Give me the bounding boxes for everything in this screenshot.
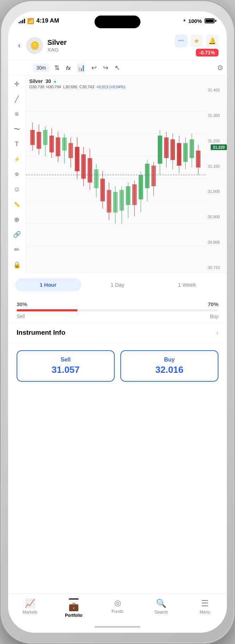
crosshair-tool[interactable]: ✛ bbox=[11, 79, 23, 89]
tab-1week[interactable]: 1 Week bbox=[154, 278, 220, 291]
status-left: 📶 4:19 AM bbox=[19, 17, 59, 24]
nav-funds[interactable]: ◎ Funds bbox=[96, 597, 139, 619]
bell-icon-button[interactable]: 🔔 bbox=[206, 35, 218, 47]
svg-rect-34 bbox=[113, 192, 118, 212]
tab-1day[interactable]: 1 Day bbox=[85, 278, 151, 291]
signal-bar-1 bbox=[19, 22, 20, 23]
trade-buttons: Sell 31.057 Buy 32.016 bbox=[8, 343, 227, 389]
settings-icon[interactable]: ⚙ bbox=[217, 64, 223, 72]
asset-header: ‹ 🪙 Silver XAG 〰 ★ 🔔 bbox=[8, 30, 227, 60]
svg-rect-20 bbox=[68, 143, 73, 158]
price-change-badge: -0.71% bbox=[196, 49, 218, 56]
chart-symbol: Silver 30 ● bbox=[29, 78, 56, 84]
timeframe-button[interactable]: 30m bbox=[33, 64, 49, 72]
tab-1hour[interactable]: 1 Hour bbox=[15, 278, 81, 291]
svg-rect-48 bbox=[158, 136, 162, 164]
nav-menu[interactable]: ☰ Menu bbox=[183, 597, 227, 619]
sentiment-section: 30% 70% Sell Buy bbox=[8, 296, 227, 321]
portfolio-label: Portfolio bbox=[65, 613, 82, 618]
line-tool[interactable]: ╱ bbox=[11, 94, 23, 105]
formula-icon[interactable]: fx bbox=[65, 64, 72, 72]
text-tool[interactable]: T bbox=[11, 139, 23, 149]
portfolio-active-indicator bbox=[69, 598, 79, 600]
chart-area[interactable]: Silver 30 ● O30.730 H30.794 L30.695 C30.… bbox=[26, 76, 227, 273]
svg-rect-28 bbox=[94, 169, 98, 188]
signal-bar-2 bbox=[20, 21, 22, 23]
header-actions: 〰 ★ 🔔 -0.71% bbox=[175, 35, 218, 56]
svg-rect-56 bbox=[183, 143, 188, 162]
sell-price: 31.057 bbox=[21, 364, 110, 375]
curve-tool[interactable]: 〜 bbox=[11, 124, 23, 135]
pattern-tool[interactable]: ⚡ bbox=[11, 154, 23, 165]
wave-icon-button[interactable]: 〰 bbox=[175, 35, 187, 47]
pencil-tool[interactable]: ✏ bbox=[11, 245, 23, 255]
menu-icon: ☰ bbox=[201, 598, 209, 608]
h-line-tool[interactable]: ≡ bbox=[11, 109, 23, 119]
signal-strength bbox=[19, 19, 25, 23]
sell-button[interactable]: Sell 31.057 bbox=[17, 350, 115, 382]
bell-icon: 🔔 bbox=[208, 37, 216, 45]
nav-portfolio[interactable]: 💼 Portfolio bbox=[52, 597, 96, 619]
star-icon-button[interactable]: ★ bbox=[190, 35, 203, 47]
asset-info: Silver XAG bbox=[47, 38, 170, 53]
svg-rect-40 bbox=[132, 184, 137, 205]
sentiment-labels: 30% 70% bbox=[17, 301, 218, 307]
redo-icon[interactable]: ↪ bbox=[102, 63, 110, 72]
svg-rect-16 bbox=[56, 137, 60, 156]
buy-price: 32.016 bbox=[125, 364, 214, 375]
ruler-tool[interactable]: 📏 bbox=[11, 199, 23, 210]
sentiment-bar bbox=[17, 309, 218, 311]
svg-rect-8 bbox=[30, 130, 35, 145]
chart-type-icon[interactable]: 📊 bbox=[76, 63, 86, 72]
home-indicator bbox=[8, 621, 227, 633]
svg-rect-54 bbox=[177, 143, 181, 166]
home-bar bbox=[95, 626, 140, 628]
header-icons: 〰 ★ 🔔 bbox=[175, 35, 218, 47]
phone-screen: 📶 4:19 AM * 100% ‹ 🪙 Si bbox=[8, 11, 227, 633]
nav-markets[interactable]: 📈 Markets bbox=[8, 597, 52, 619]
node-tool[interactable]: ⚙ bbox=[11, 169, 23, 180]
svg-rect-60 bbox=[196, 151, 200, 168]
signal-bar-4 bbox=[24, 19, 25, 23]
svg-rect-18 bbox=[62, 137, 67, 150]
chevron-right-icon: › bbox=[216, 329, 218, 336]
undo-icon[interactable]: ↩ bbox=[90, 63, 98, 72]
asset-icon: 🪙 bbox=[26, 37, 43, 54]
sell-sublabel: Sell bbox=[17, 314, 25, 319]
svg-rect-36 bbox=[120, 190, 124, 210]
magnet-tool[interactable]: 🔗 bbox=[11, 229, 23, 240]
zoom-tool[interactable]: ⊕ bbox=[11, 214, 23, 225]
sell-label: Sell bbox=[21, 357, 110, 363]
nav-search[interactable]: 🔍 Search bbox=[139, 597, 183, 619]
asset-name: Silver bbox=[47, 38, 170, 47]
instrument-info-title: Instrument Info bbox=[17, 329, 65, 336]
sell-percentage: 30% bbox=[17, 301, 27, 307]
svg-rect-42 bbox=[139, 175, 143, 199]
asset-ticker: XAG bbox=[47, 47, 170, 53]
funds-label: Funds bbox=[112, 609, 123, 614]
status-bar: 📶 4:19 AM * 100% bbox=[8, 11, 227, 30]
svg-rect-44 bbox=[145, 164, 150, 188]
wifi-icon: 📶 bbox=[27, 18, 34, 24]
instrument-info-row[interactable]: Instrument Info › bbox=[8, 322, 227, 343]
battery-icon bbox=[205, 18, 216, 23]
chart-ohlc: O30.730 H30.794 L30.695 C30.743 +0.013 (… bbox=[29, 85, 125, 89]
phone-frame: 📶 4:19 AM * 100% ‹ 🪙 Si bbox=[0, 0, 235, 644]
candlestick-chart bbox=[26, 88, 206, 273]
indicators-icon[interactable]: ⇅ bbox=[53, 63, 61, 72]
status-right: * 100% bbox=[183, 18, 216, 24]
svg-rect-58 bbox=[189, 139, 194, 158]
chart-section: 30m ⇅ fx 📊 ↩ ↪ ↖ ⚙ ✛ ╱ ≡ 〜 T ⚡ bbox=[8, 60, 227, 273]
bottom-navigation: 📈 Markets 💼 Portfolio ◎ Funds 🔍 Search ☰… bbox=[8, 593, 227, 621]
buy-button[interactable]: Buy 32.016 bbox=[120, 350, 218, 382]
price-scale: 31.400 31.300 31.200 31.100 31.000 30.90… bbox=[206, 76, 227, 273]
lock-tool[interactable]: 🔒 bbox=[11, 260, 23, 270]
chart-info-bar: Silver 30 ● O30.730 H30.794 L30.695 C30.… bbox=[29, 78, 125, 89]
search-label: Search bbox=[155, 610, 168, 615]
chart-wrapper[interactable]: ✛ ╱ ≡ 〜 T ⚡ ⚙ ☺ 📏 ⊕ 🔗 ✏ 🔒 bbox=[8, 76, 227, 273]
emoji-tool[interactable]: ☺ bbox=[11, 184, 23, 195]
svg-rect-14 bbox=[49, 136, 54, 153]
svg-rect-12 bbox=[43, 130, 48, 145]
cursor-icon[interactable]: ↖ bbox=[113, 63, 121, 72]
back-button[interactable]: ‹ bbox=[17, 40, 22, 52]
